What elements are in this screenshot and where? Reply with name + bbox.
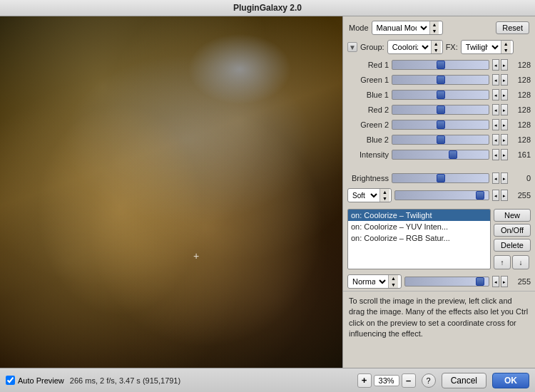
help-button[interactable]: ?: [422, 373, 436, 388]
slider-increment-blue2[interactable]: ▸: [501, 134, 508, 145]
fx-select-input[interactable]: Twilight: [462, 41, 501, 53]
ok-button[interactable]: OK: [492, 373, 529, 388]
slider-track-green1[interactable]: [392, 75, 489, 85]
blend-arrow-down[interactable]: ▼: [389, 282, 398, 288]
slider-increment-blend[interactable]: ▸: [501, 276, 508, 287]
slider-track-blend[interactable]: [404, 277, 489, 287]
move-up-button[interactable]: ↑: [494, 255, 511, 269]
image-preview[interactable]: [0, 16, 342, 368]
blend-select[interactable]: Normal ▲ ▼: [347, 274, 402, 289]
collapse-button[interactable]: ▼: [347, 42, 357, 52]
title-bar: PluginGalaxy 2.0: [0, 0, 535, 16]
slider-row-intensity: Intensity ◂ ▸ 161: [347, 148, 531, 162]
soft-light-select-input[interactable]: Soft Li...: [348, 189, 379, 202]
move-down-button[interactable]: ↓: [512, 255, 529, 269]
slider-btns-brightness: ◂ ▸: [492, 172, 508, 184]
slider-decrement-softlight[interactable]: ◂: [492, 190, 499, 201]
group-select-arrows: ▲ ▼: [431, 41, 441, 53]
slider-decrement-brightness[interactable]: ◂: [492, 172, 499, 184]
slider-decrement-blend[interactable]: ◂: [492, 276, 499, 287]
right-panel: Mode Manual Mode ▲ ▼ Reset ▼ Group: Cool…: [342, 16, 535, 368]
slider-track-blue1[interactable]: [392, 90, 489, 100]
group-arrow-up[interactable]: ▲: [432, 41, 441, 47]
slider-increment-softlight[interactable]: ▸: [501, 190, 508, 201]
slider-decrement-blue2[interactable]: ◂: [492, 134, 499, 145]
group-arrow-down[interactable]: ▼: [432, 47, 441, 53]
fx-arrow-up[interactable]: ▲: [501, 41, 511, 47]
effects-list[interactable]: on: Coolorize – Twilight on: Coolorize –…: [347, 209, 491, 269]
reset-button[interactable]: Reset: [496, 21, 529, 34]
slider-decrement-blue1[interactable]: ◂: [492, 89, 499, 100]
effect-item-0[interactable]: on: Coolorize – Twilight: [348, 210, 490, 221]
slider-increment-blue1[interactable]: ▸: [501, 89, 508, 100]
coords-text: (915,1791): [143, 376, 180, 385]
info-text: To scroll the image in the preview, left…: [343, 291, 535, 368]
slider-value-intensity: 161: [511, 150, 531, 159]
group-select-input[interactable]: Coolorize: [388, 41, 431, 53]
soft-light-arrows: ▲ ▼: [379, 189, 389, 202]
slider-track-blue2[interactable]: [392, 135, 489, 145]
slider-increment-red2[interactable]: ▸: [501, 104, 508, 115]
slider-value-green1: 128: [511, 76, 531, 84]
fx-label: FX:: [446, 43, 458, 51]
mode-select[interactable]: Manual Mode ▲ ▼: [372, 21, 443, 35]
slider-label-blue2: Blue 2: [347, 135, 389, 144]
mode-arrow-down[interactable]: ▼: [430, 28, 439, 34]
slider-decrement-green2[interactable]: ◂: [492, 119, 499, 130]
slider-label-red2: Red 2: [347, 105, 389, 114]
slider-track-intensity[interactable]: [392, 150, 489, 160]
delete-button[interactable]: Delete: [494, 239, 531, 252]
slider-track-brightness[interactable]: [392, 173, 489, 183]
slider-thumb-softlight: [476, 191, 484, 200]
slider-label-green2: Green 2: [347, 120, 389, 129]
slider-thumb-blue2: [437, 135, 445, 144]
slider-decrement-intensity[interactable]: ◂: [492, 149, 499, 160]
slider-thumb-red2: [437, 105, 445, 114]
slider-thumb-green2: [437, 120, 445, 129]
blend-select-input[interactable]: Normal: [348, 275, 388, 288]
effect-item-2[interactable]: on: Coolorize – RGB Satur...: [348, 232, 490, 244]
effect-item-1[interactable]: on: Coolorize – YUV Inten...: [348, 221, 490, 232]
slider-decrement-green1[interactable]: ◂: [492, 74, 499, 86]
slider-btns-red2: ◂ ▸: [492, 104, 508, 115]
slider-btns-blue1: ◂ ▸: [492, 89, 508, 100]
slider-increment-intensity[interactable]: ▸: [501, 149, 508, 160]
auto-preview-checkbox[interactable]: [6, 376, 15, 385]
effects-section: on: Coolorize – Twilight on: Coolorize –…: [347, 209, 531, 269]
slider-row-green2: Green 2 ◂ ▸ 128: [347, 118, 531, 132]
slider-track-green2[interactable]: [392, 120, 489, 130]
zoom-plus-button[interactable]: +: [357, 373, 372, 388]
mode-arrow-up[interactable]: ▲: [430, 21, 439, 28]
slider-track-softlight[interactable]: [394, 190, 489, 200]
on-off-button[interactable]: On/Off: [494, 224, 531, 237]
fx-select[interactable]: Twilight ▲ ▼: [461, 40, 514, 54]
soft-light-arrow-up[interactable]: ▲: [380, 189, 389, 195]
slider-row-brightness: Brightness ◂ ▸ 0: [347, 171, 531, 185]
fx-arrow-down[interactable]: ▼: [501, 47, 511, 53]
slider-increment-green2[interactable]: ▸: [501, 119, 508, 130]
slider-btns-red1: ◂ ▸: [492, 59, 508, 71]
slider-increment-green1[interactable]: ▸: [501, 74, 508, 86]
cancel-button[interactable]: Cancel: [442, 373, 486, 388]
zoom-minus-button[interactable]: –: [402, 373, 416, 388]
slider-label-brightness: Brightness: [347, 174, 389, 182]
slider-increment-brightness[interactable]: ▸: [501, 172, 508, 184]
mode-label: Mode: [349, 24, 369, 32]
group-select[interactable]: Coolorize ▲ ▼: [387, 40, 443, 54]
mode-select-input[interactable]: Manual Mode: [372, 21, 429, 34]
blend-arrow-up[interactable]: ▲: [389, 275, 398, 282]
slider-increment-red1[interactable]: ▸: [501, 59, 508, 71]
slider-decrement-red2[interactable]: ◂: [492, 104, 499, 115]
slider-value-red2: 128: [511, 105, 531, 114]
slider-track-red1[interactable]: [392, 60, 489, 70]
slider-row-red2: Red 2 ◂ ▸ 128: [347, 103, 531, 117]
new-effect-button[interactable]: New: [494, 209, 531, 222]
zoom-controls: + 33% –: [357, 373, 416, 388]
slider-track-red2[interactable]: [392, 105, 489, 115]
soft-light-select[interactable]: Soft Li... ▲ ▼: [347, 188, 392, 202]
slider-btns-green1: ◂ ▸: [492, 74, 508, 86]
slider-value-softlight: 255: [511, 191, 531, 200]
divider1: [343, 164, 535, 170]
slider-decrement-red1[interactable]: ◂: [492, 59, 499, 71]
soft-light-arrow-down[interactable]: ▼: [380, 195, 389, 202]
